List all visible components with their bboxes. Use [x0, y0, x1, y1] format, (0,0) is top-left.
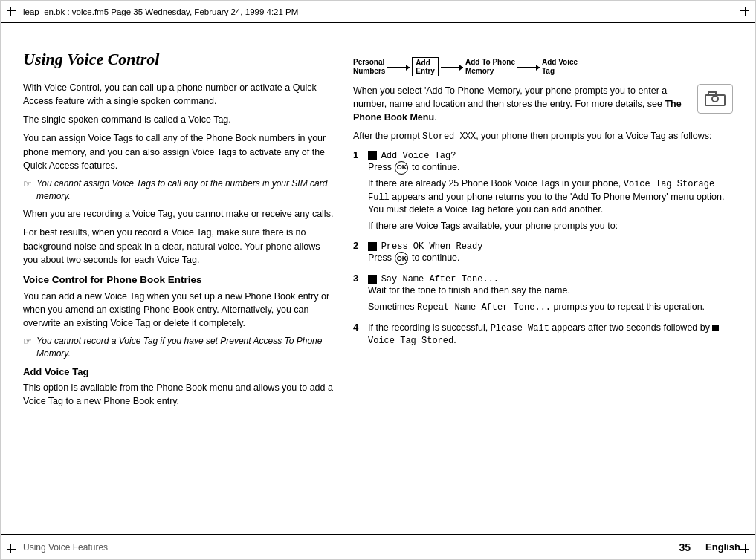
- step-3-code: Say Name After Tone...: [381, 274, 499, 284]
- nav-label-add-voice: Add VoiceTag: [542, 58, 578, 76]
- step-4-body: If the recording is successful, Please W…: [368, 322, 733, 348]
- note1: You cannot assign Voice Tags to call any…: [23, 178, 335, 203]
- step-2-body: Press OK to continue.: [368, 252, 733, 265]
- right-intro2: After the prompt Stored XXX, your phone …: [353, 129, 733, 143]
- intro-para3: You can assign Voice Tags to call any of…: [23, 131, 335, 172]
- step-3-icon: [368, 275, 377, 284]
- step-3-body: Wait for the tone to finish and then say…: [368, 284, 733, 298]
- header-bar: leap_en.bk : voice.fm5 Page 35 Wednesday…: [1, 1, 755, 23]
- step-2: 2 Press OK When Ready Press OK to contin…: [353, 240, 733, 268]
- step-1-icon: [368, 151, 377, 160]
- section-para1: You can add a new Voice Tag when you set…: [23, 290, 335, 330]
- step-2-icon: [368, 242, 377, 251]
- note2: You cannot record a Voice Tag if you hav…: [23, 335, 335, 360]
- section-heading: Voice Control for Phone Book Entries: [23, 274, 335, 285]
- step-2-code: Press OK When Ready: [381, 241, 483, 252]
- nav-label-personal: PersonalNumbers: [353, 58, 385, 76]
- step-3-code2: Repeat Name After Tone...: [417, 302, 551, 313]
- step-1-content: Add Voice Tag? Press OK to continue. If …: [368, 149, 733, 236]
- step-4-number: 4: [353, 322, 364, 351]
- header-text: leap_en.bk : voice.fm5 Page 35 Wednesday…: [23, 7, 298, 16]
- right-intro2-end: , your phone then prompts you for a Voic…: [476, 131, 711, 141]
- step-1-code2: Voice Tag Storage Full: [368, 179, 714, 203]
- page-title: Using Voice Control: [23, 50, 335, 69]
- nav-item-add-entry: AddEntry: [412, 57, 439, 76]
- step-1: 1 Add Voice Tag? Press OK to continue. I…: [353, 149, 733, 236]
- nav-item-add-phone: Add To PhoneMemory: [465, 58, 515, 76]
- nav-item-personal: PersonalNumbers: [353, 58, 385, 76]
- ok-button-1: OK: [395, 161, 408, 175]
- step-4-code2: Voice Tag Stored: [368, 336, 453, 346]
- intro-para1: With Voice Control, you can call up a ph…: [23, 81, 335, 108]
- step-1-body: Press OK to continue.: [368, 161, 733, 175]
- camera-icon-box: [697, 84, 733, 114]
- nav-box-add-entry: AddEntry: [412, 57, 439, 76]
- nav-label-add-phone: Add To PhoneMemory: [465, 58, 515, 76]
- step-4: 4 If the recording is successful, Please…: [353, 322, 733, 351]
- intro-para2: The single spoken command is called a Vo…: [23, 113, 335, 126]
- right-intro1-end: .: [434, 112, 436, 123]
- right-intro1-text: When you select 'Add To Phone Memory, yo…: [353, 85, 667, 109]
- ok-button-2: OK: [395, 252, 408, 265]
- camera-lens: [711, 95, 719, 102]
- footer-language: English: [705, 541, 740, 553]
- right-intro2-code: Stored XXX: [422, 131, 476, 142]
- step-2-number: 2: [353, 240, 364, 268]
- footer-bar: Using Voice Features 35 English: [1, 534, 755, 559]
- nav-arrow-line-1: [387, 67, 410, 68]
- nav-diagram: PersonalNumbers AddEntry Add To PhoneMem…: [353, 57, 733, 76]
- right-intro1: When you select 'Add To Phone Memory, yo…: [353, 84, 733, 124]
- step-3: 3 Say Name After Tone... Wait for the to…: [353, 273, 733, 316]
- footer-section-label: Using Voice Features: [23, 542, 108, 553]
- step-3-extra: Sometimes Repeat Name After Tone... prom…: [368, 301, 733, 314]
- nav-arrow-line-3: [517, 67, 540, 68]
- step-4-content: If the recording is successful, Please W…: [368, 322, 733, 351]
- content-area: Using Voice Control With Voice Control, …: [23, 27, 733, 534]
- step-1-code: Add Voice Tag?: [381, 151, 456, 161]
- page-container: leap_en.bk : voice.fm5 Page 35 Wednesday…: [0, 0, 756, 560]
- camera-body: [705, 94, 726, 106]
- nav-arrow-1: [387, 67, 410, 68]
- step-3-number: 3: [353, 273, 364, 316]
- nav-arrow-3: [517, 67, 540, 68]
- left-column: Using Voice Control With Voice Control, …: [23, 27, 335, 534]
- step-4-code1: Please Wait: [491, 323, 549, 333]
- step-2-content: Press OK When Ready Press OK to continue…: [368, 240, 733, 268]
- sub-heading: Add Voice Tag: [23, 366, 335, 377]
- sub-para: This option is available from the Phone …: [23, 381, 335, 408]
- right-intro2-start: After the prompt: [353, 131, 422, 141]
- step-3-content: Say Name After Tone... Wait for the tone…: [368, 273, 733, 316]
- nav-arrow-line-2: [441, 67, 463, 68]
- intro-para4: When you are recording a Voice Tag, you …: [23, 207, 335, 221]
- step-1-number: 1: [353, 149, 364, 236]
- right-column: PersonalNumbers AddEntry Add To PhoneMem…: [353, 27, 733, 534]
- step-4-icon: [712, 325, 719, 331]
- step-1-extra1: If there are already 25 Phone Book Voice…: [368, 178, 733, 217]
- footer-page-number: 35: [679, 541, 691, 553]
- nav-arrow-2: [441, 67, 463, 68]
- camera-icon: [705, 91, 726, 106]
- intro-para5: For best results, when you record a Voic…: [23, 226, 335, 266]
- nav-item-add-voice: Add VoiceTag: [542, 58, 578, 76]
- step-1-extra2: If there are Voice Tags available, your …: [368, 220, 733, 233]
